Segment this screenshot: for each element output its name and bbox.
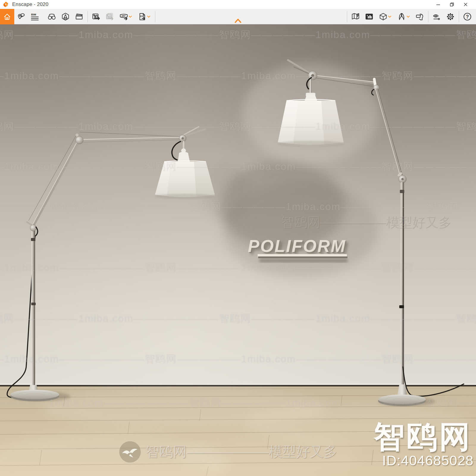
- svg-text:?: ?: [466, 14, 469, 19]
- fly-mode-button[interactable]: [394, 9, 413, 24]
- watermark-tile-row: 智鸥网——————1miba.com————————智鸥网——————1miba…: [0, 200, 476, 214]
- titlebar: Enscape - 2020: [0, 0, 476, 9]
- watermark-mid-wall: 智鸥网—————模型好又多: [281, 214, 451, 231]
- watermark-tile-row: 智鸥网——————1miba.com————————智鸥网——————1miba…: [0, 312, 476, 325]
- eye-settings-icon: [432, 12, 441, 21]
- watermark-tile-row: 智鸥网——————1miba.com————————智鸥网——————1miba…: [0, 69, 476, 83]
- help-button[interactable]: ?: [461, 9, 474, 24]
- hexagon-cone-icon: [61, 12, 70, 21]
- view-management-icon: [365, 12, 374, 21]
- close-button[interactable]: [459, 0, 472, 9]
- render-viewport[interactable]: POLIFORM POLIFORM POLIFORM: [0, 24, 476, 476]
- find-button[interactable]: [45, 9, 59, 24]
- screenshot-export-button[interactable]: [89, 9, 103, 24]
- window-title: Enscape - 2020: [12, 1, 48, 7]
- toolbar-separator: [155, 11, 155, 22]
- settings-button[interactable]: [444, 9, 457, 24]
- panorama-360-icon: 360°: [119, 12, 128, 21]
- toolbar-separator: [347, 11, 347, 22]
- bim-information-button[interactable]: BIM: [28, 9, 42, 24]
- chevron-down-icon: [406, 15, 410, 19]
- wings-icon: [397, 12, 406, 21]
- enscape-window: Enscape - 2020: [0, 0, 476, 476]
- home-icon: [3, 12, 12, 21]
- watermark-tile-row: 智鸥网——————1miba.com————————智鸥网——————1miba…: [0, 352, 476, 366]
- panorama-export-button[interactable]: 360°: [117, 9, 135, 24]
- watermark-tile-row: 智鸥网——————1miba.com————————智鸥网——————1miba…: [0, 261, 476, 275]
- close-icon: [464, 2, 468, 7]
- exe-export-button[interactable]: EXE: [135, 9, 154, 24]
- watermark-tile-row: 智鸥网——————1miba.com————————智鸥网——————1miba…: [0, 120, 476, 133]
- svg-text:BIM: BIM: [31, 13, 36, 16]
- enscape-logo-icon: [2, 1, 9, 8]
- watermark-tile-row: 智鸥网——————1miba.com————————智鸥网——————1miba…: [0, 160, 476, 173]
- vr-headset-icon: [415, 12, 424, 21]
- minimize-icon: [436, 2, 440, 7]
- map-icon: [351, 12, 360, 21]
- svg-text:360°: 360°: [122, 15, 126, 17]
- view-management-button[interactable]: [362, 9, 376, 24]
- cube-3d-icon: [379, 12, 388, 21]
- screenshot-export-icon: [92, 12, 101, 21]
- batch-export-icon: [105, 12, 114, 21]
- toolbar-separator: [459, 11, 459, 22]
- toolbar: BIM: [0, 9, 476, 24]
- toolbar-separator: [87, 11, 88, 22]
- watermark-id: ID:404685028: [382, 452, 474, 469]
- chevron-down-icon: [128, 15, 132, 19]
- minimize-button[interactable]: [431, 0, 445, 9]
- seagull-logo-icon: [118, 440, 142, 464]
- annotations-button[interactable]: [14, 9, 28, 24]
- chevron-down-icon: [147, 15, 151, 19]
- toolbar-separator: [428, 11, 428, 22]
- watermark-bottom-center: 智鸥网——————模型好又多: [118, 440, 337, 464]
- restore-button[interactable]: [445, 0, 459, 9]
- watermark-tile-row: 智鸥网——————1miba.com————————智鸥网——————1miba…: [0, 28, 476, 42]
- visual-settings-button[interactable]: [430, 9, 444, 24]
- watermark-layer: 智鸥网——————1miba.com————————智鸥网——————1miba…: [0, 24, 476, 476]
- perspective-mode-button[interactable]: [376, 9, 394, 24]
- watermark-brand: 智鸥网: [374, 416, 472, 458]
- exe-export-icon: EXE: [138, 12, 147, 21]
- chevron-down-icon: [388, 15, 392, 19]
- bim-list-icon: BIM: [30, 12, 39, 21]
- watermark-bottom-center-text: 智鸥网——————模型好又多: [146, 443, 337, 461]
- home-button[interactable]: [0, 9, 14, 24]
- restore-icon: [450, 2, 454, 7]
- collapse-toolbar-chevron-icon[interactable]: [232, 18, 244, 24]
- gear-icon: [446, 12, 455, 21]
- help-icon: ?: [463, 12, 472, 21]
- video-editor-button[interactable]: [72, 9, 86, 24]
- mini-map-button[interactable]: [349, 9, 362, 24]
- clapperboard-icon: [75, 12, 84, 21]
- vr-headset-button[interactable]: [413, 9, 427, 24]
- watermark-tile-row: 智鸥网——————1miba.com————————智鸥网——————1miba…: [0, 396, 476, 410]
- batch-export-button[interactable]: [103, 9, 117, 24]
- map-pin-comment-icon: [17, 12, 26, 21]
- binoculars-icon: [47, 12, 56, 21]
- orthographic-views-button[interactable]: [59, 9, 72, 24]
